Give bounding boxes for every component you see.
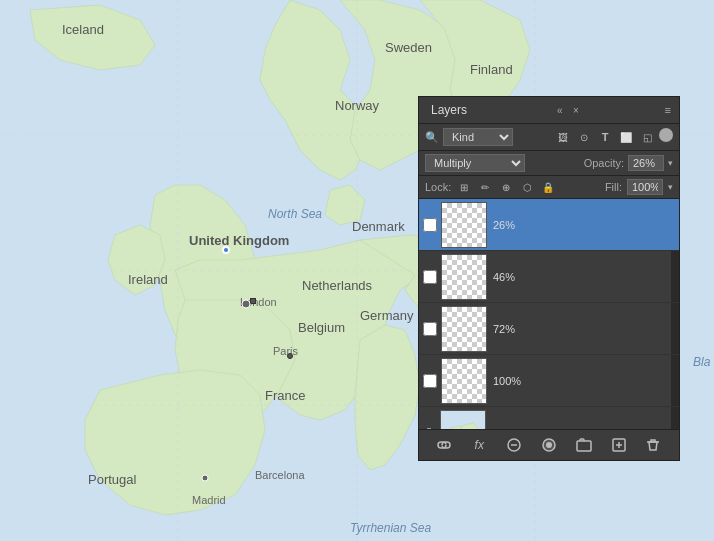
lock-image-icon[interactable]: ✏: [477, 179, 493, 195]
search-icon: 🔍: [425, 131, 439, 144]
opacity-input[interactable]: [628, 155, 664, 171]
lock-row: Lock: ⊞ ✏ ⊕ ⬡ 🔒 Fill: ▾: [419, 176, 679, 199]
svg-point-7: [242, 300, 250, 308]
adjustment-filter-icon[interactable]: ⊙: [575, 128, 593, 146]
layer-eye-icon[interactable]: 👁: [423, 425, 436, 429]
fill-label: Fill:: [605, 181, 622, 193]
fill-input[interactable]: [627, 179, 663, 195]
filter-select[interactable]: Kind Name Effect Mode: [443, 128, 513, 146]
layer-visibility-checkbox[interactable]: [423, 322, 437, 336]
lock-label: Lock:: [425, 181, 451, 193]
layer-label: 100%: [493, 375, 521, 387]
layer-thumbnail: [441, 202, 487, 248]
lock-all-icon[interactable]: 🔒: [540, 179, 556, 195]
panel-controls: « ×: [553, 103, 583, 117]
smart-filter-icon[interactable]: ◱: [638, 128, 656, 146]
fill-arrow[interactable]: ▾: [668, 182, 673, 192]
collapse-button[interactable]: «: [553, 103, 567, 117]
close-button[interactable]: ×: [569, 103, 583, 117]
layer-item[interactable]: 26%: [419, 199, 679, 251]
layers-list: 26% 46% 72% 100% 👁: [419, 199, 679, 429]
text-filter-icon[interactable]: T: [596, 128, 614, 146]
adjustment-layer-icon[interactable]: [504, 435, 524, 455]
blend-mode-select[interactable]: Multiply Normal Screen Overlay: [425, 154, 525, 172]
image-filter-icon[interactable]: 🖼: [554, 128, 572, 146]
layer-label: Layer 1: [492, 427, 529, 430]
london-symbol: [240, 296, 252, 314]
layer-label: 26%: [493, 219, 515, 231]
layer-item[interactable]: 72%: [419, 303, 679, 355]
layer-item[interactable]: 👁 Layer 1 Layer 1: [419, 407, 679, 429]
bottom-toolbar: fx: [419, 429, 679, 460]
layer-thumbnail: [440, 410, 486, 430]
lock-position-icon[interactable]: ⊕: [498, 179, 514, 195]
layer-thumbnail: [441, 358, 487, 404]
layer-item[interactable]: 46%: [419, 251, 679, 303]
new-layer-icon[interactable]: [609, 435, 629, 455]
panel-header: Layers « × ≡: [419, 97, 679, 124]
filter-toolbar: 🖼 ⊙ T ⬜ ◱: [554, 128, 673, 146]
layer-item[interactable]: 100%: [419, 355, 679, 407]
opacity-label: Opacity:: [584, 157, 624, 169]
uk-dot: [222, 246, 230, 254]
new-group-icon[interactable]: [574, 435, 594, 455]
svg-point-8: [202, 475, 208, 481]
filter-row: 🔍 Kind Name Effect Mode 🖼 ⊙ T ⬜ ◱: [419, 124, 679, 151]
lock-transparent-icon[interactable]: ⊞: [456, 179, 472, 195]
panel-title: Layers: [431, 103, 467, 117]
shape-filter-icon[interactable]: ⬜: [617, 128, 635, 146]
layer-visibility-checkbox[interactable]: [423, 374, 437, 388]
mask-icon[interactable]: [539, 435, 559, 455]
blend-row: Multiply Normal Screen Overlay Opacity: …: [419, 151, 679, 176]
layer-label: 46%: [493, 271, 515, 283]
layer-thumbnail: [441, 306, 487, 352]
dot-filter-icon[interactable]: [659, 128, 673, 142]
layer-visibility-checkbox[interactable]: [423, 270, 437, 284]
layer-label: 72%: [493, 323, 515, 335]
svg-rect-13: [577, 441, 591, 451]
panel-menu-icon[interactable]: ≡: [665, 104, 671, 116]
fx-icon[interactable]: fx: [469, 435, 489, 455]
madrid-symbol: [200, 469, 210, 487]
layer-thumbnail: [441, 254, 487, 300]
layer-visibility-checkbox[interactable]: [423, 218, 437, 232]
delete-layer-icon[interactable]: [643, 435, 663, 455]
layers-panel: Layers « × ≡ 🔍 Kind Name Effect Mode 🖼 ⊙…: [418, 96, 680, 461]
opacity-arrow[interactable]: ▾: [668, 158, 673, 168]
layer-1-name: Layer 1: [531, 427, 568, 430]
svg-point-12: [546, 442, 552, 448]
paris-dot: [287, 353, 293, 359]
panel-tab[interactable]: Layers: [427, 101, 471, 119]
link-icon[interactable]: [434, 435, 454, 455]
lock-artboard-icon[interactable]: ⬡: [519, 179, 535, 195]
